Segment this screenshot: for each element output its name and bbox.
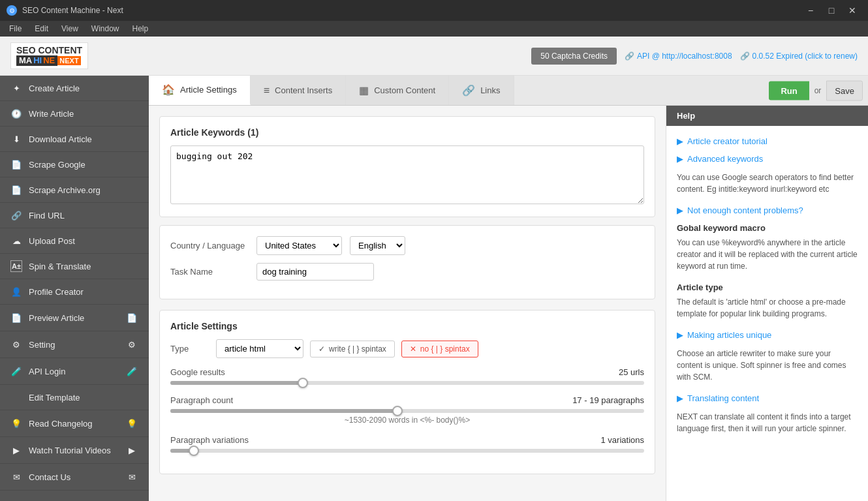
tab-custom-content[interactable]: ▦ Custom Content [346, 76, 449, 105]
article-tutorial-label: Article creator tutorial [687, 136, 767, 146]
sidebar-item-setting[interactable]: ⚙ Setting ⚙ [0, 331, 149, 358]
paragraph-words-note: ~1530-2090 words in <%- body()%> [170, 416, 644, 425]
preview-article-right-icon: 📄 [125, 311, 138, 324]
sidebar-item-spin-translate[interactable]: A± Spin & Translate [0, 254, 149, 279]
external-link-icon: 🔗 [625, 52, 634, 61]
help-header: Help [666, 106, 868, 126]
type-select[interactable]: article html article text custom templat… [216, 339, 303, 358]
sidebar-item-create-article[interactable]: ✦ Create Article [0, 76, 149, 101]
preview-article-icon: 📄 [10, 312, 22, 324]
sidebar-item-upload-post[interactable]: ☁ Upload Post [0, 228, 149, 254]
paragraph-count-value: 17 - 19 paragraphs [572, 395, 644, 405]
global-macro-text: You can use %keyword% anywhere in the ar… [677, 237, 858, 272]
not-enough-content-link[interactable]: ▶ Not enough content problems? [677, 205, 858, 215]
sidebar-item-edit-template[interactable]: Edit Template [0, 385, 149, 410]
translating-label: Translating content [687, 393, 759, 403]
no-spintax-x-icon: ✕ [410, 344, 416, 354]
task-name-input[interactable] [256, 263, 374, 281]
menu-file[interactable]: File [4, 23, 27, 35]
tab-links[interactable]: 🔗 Links [449, 76, 514, 105]
contact-us-icon: ✉ [10, 471, 22, 483]
paragraph-variations-thumb[interactable] [189, 446, 199, 456]
menu-view[interactable]: View [56, 23, 84, 35]
scrape-archive-icon: 📄 [10, 184, 22, 196]
google-results-track [170, 381, 644, 385]
minimize-button[interactable]: − [801, 4, 820, 17]
making-unique-link[interactable]: ▶ Making articles unique [677, 330, 858, 340]
task-name-label: Task Name [170, 267, 249, 277]
advanced-keywords-link[interactable]: ▶ Advanced keywords [677, 154, 858, 164]
sidebar-item-scrape-google[interactable]: 📄 Scrape Google [0, 152, 149, 177]
article-settings-tab-label: Article Settings [180, 85, 237, 95]
article-type-text: The default is 'article html' or choose … [677, 296, 858, 320]
article-keywords-title: Article Keywords (1) [170, 127, 644, 138]
paragraph-variations-track [170, 449, 644, 453]
version-link[interactable]: 🔗 0.0.52 Expired (click to renew) [740, 52, 858, 61]
upload-post-label: Upload Post [29, 236, 138, 246]
logo-next: NEXT [57, 56, 80, 65]
not-enough-play-icon: ▶ [677, 205, 683, 215]
paragraph-variations-value: 1 variations [601, 435, 644, 445]
translating-link[interactable]: ▶ Translating content [677, 393, 858, 403]
type-row: Type article html article text custom te… [170, 339, 644, 358]
window-controls: − □ ✕ [801, 4, 861, 17]
article-keywords-card: Article Keywords (1) bugging out 202 [159, 116, 655, 217]
header-bar: SEO CONTENT MAHINE NEXT 50 Captcha Credi… [0, 37, 868, 76]
advanced-keywords-play-icon: ▶ [677, 154, 683, 164]
language-select[interactable]: English Spanish French German [350, 236, 405, 255]
article-tutorial-play-icon: ▶ [677, 136, 683, 146]
translating-play-icon: ▶ [677, 393, 683, 403]
edit-template-icon [10, 391, 22, 403]
sidebar-item-find-url[interactable]: 🔗 Find URL [0, 203, 149, 228]
sidebar-item-preview-article[interactable]: 📄 Preview Article 📄 [0, 305, 149, 331]
logo-seo: SEO CONTENT [16, 46, 82, 55]
api-login-icon: 🧪 [10, 365, 22, 377]
edit-template-label: Edit Template [29, 393, 138, 402]
google-results-label: Google results [170, 367, 249, 377]
paragraph-variations-slider-row: Paragraph variations 1 variations [170, 435, 644, 453]
country-select[interactable]: United States United Kingdom Canada Aust… [256, 236, 342, 255]
watch-tutorials-label: Watch Tutorial Videos [29, 446, 119, 455]
advanced-keywords-label: Advanced keywords [687, 154, 763, 164]
google-results-slider-row: Google results 25 urls [170, 367, 644, 385]
version-label: 0.0.52 Expired (click to renew) [752, 52, 858, 61]
setting-right-icon: ⚙ [125, 338, 138, 351]
contact-us-label: Contact Us [29, 472, 119, 482]
type-label: Type [170, 344, 209, 354]
sidebar-item-profile-creator[interactable]: 👤 Profile Creator [0, 279, 149, 305]
close-button[interactable]: ✕ [843, 4, 861, 17]
logo-ne: NE [43, 56, 55, 65]
tab-content-inserts[interactable]: ≡ Content Inserts [251, 76, 347, 105]
save-button[interactable]: Save [826, 80, 863, 100]
sidebar-item-read-changelog[interactable]: 💡 Read Changelog 💡 [0, 410, 149, 437]
article-settings-title: Article Settings [170, 321, 644, 331]
api-link[interactable]: 🔗 API @ http://localhost:8008 [625, 52, 732, 61]
sidebar-item-scrape-archive[interactable]: 📄 Scrape Archive.org [0, 177, 149, 203]
create-article-label: Create Article [29, 84, 138, 93]
paragraph-count-thumb[interactable] [392, 406, 403, 416]
write-article-label: Write Article [29, 109, 138, 119]
sidebar-item-api-login[interactable]: 🧪 API Login 🧪 [0, 358, 149, 385]
article-creator-tutorial-link[interactable]: ▶ Article creator tutorial [677, 136, 858, 146]
captcha-button[interactable]: 50 Captcha Credits [531, 48, 617, 65]
run-button[interactable]: Run [769, 81, 809, 100]
google-results-thumb[interactable] [298, 378, 308, 388]
contact-us-right-icon: ✉ [125, 470, 138, 483]
write-spintax-button[interactable]: ✓ write { | } spintax [310, 341, 395, 357]
content-inserts-tab-label: Content Inserts [275, 85, 332, 95]
no-spintax-button[interactable]: ✕ no { | } spintax [401, 341, 478, 357]
tab-article-settings[interactable]: 🏠 Article Settings [149, 76, 251, 105]
menu-edit[interactable]: Edit [29, 23, 54, 35]
menubar: File Edit View Window Help [0, 21, 868, 37]
sidebar-item-contact-us[interactable]: ✉ Contact Us ✉ [0, 464, 149, 491]
menu-window[interactable]: Window [86, 23, 125, 35]
maximize-button[interactable]: □ [822, 4, 841, 17]
upload-post-icon: ☁ [10, 235, 22, 247]
paragraph-count-slider-row: Paragraph count 17 - 19 paragraphs ~1530… [170, 395, 644, 425]
sidebar-item-write-article[interactable]: 🕐 Write Article [0, 101, 149, 127]
menu-help[interactable]: Help [127, 23, 154, 35]
sidebar-item-download-article[interactable]: ⬇ Download Article [0, 127, 149, 152]
write-spintax-label: write { | } spintax [329, 344, 386, 354]
sidebar-item-watch-tutorials[interactable]: ▶ Watch Tutorial Videos ▶ [0, 437, 149, 464]
article-keywords-textarea[interactable]: bugging out 202 [170, 145, 644, 204]
